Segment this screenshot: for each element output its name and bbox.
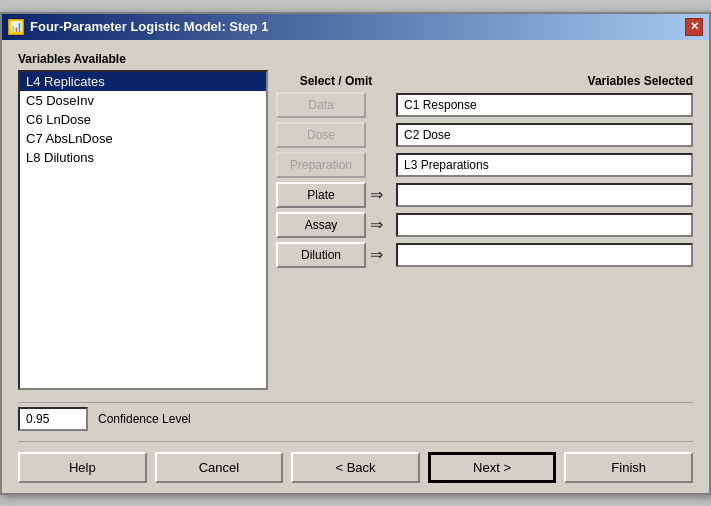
assay-field[interactable] — [396, 213, 693, 237]
variables-listbox[interactable]: L4 Replicates C5 DoseInv C6 LnDose C7 Ab… — [18, 70, 268, 390]
close-button[interactable]: ✕ — [685, 18, 703, 36]
main-area: Variables Available L4 Replicates C5 Dos… — [18, 52, 693, 390]
dilution-btn-row: Dilution ⇒ — [276, 242, 396, 268]
list-item[interactable]: L8 Dilutions — [20, 148, 266, 167]
list-item[interactable]: L4 Replicates — [20, 72, 266, 91]
preparation-button[interactable]: Preparation — [276, 152, 366, 178]
titlebar-left: 📊 Four-Parameter Logistic Model: Step 1 — [8, 19, 268, 35]
confidence-row: Confidence Level — [18, 402, 693, 431]
variables-available-panel: Variables Available L4 Replicates C5 Dos… — [18, 52, 268, 390]
variables-selected-label: Variables Selected — [396, 74, 693, 88]
select-omit-label: Select / Omit — [300, 74, 373, 88]
preparation-btn-row: Preparation — [276, 152, 396, 178]
help-button[interactable]: Help — [18, 452, 147, 483]
dilution-arrow-icon: ⇒ — [370, 245, 383, 264]
data-btn-row: Data — [276, 92, 396, 118]
variables-available-label: Variables Available — [18, 52, 268, 66]
list-item[interactable]: C5 DoseInv — [20, 91, 266, 110]
confidence-input[interactable] — [18, 407, 88, 431]
button-row: Help Cancel < Back Next > Finish — [18, 441, 693, 483]
assay-button[interactable]: Assay — [276, 212, 366, 238]
list-item[interactable]: C7 AbsLnDose — [20, 129, 266, 148]
dilution-field-row — [396, 242, 693, 268]
response-field[interactable] — [396, 93, 693, 117]
dilution-button[interactable]: Dilution — [276, 242, 366, 268]
dose-btn-row: Dose — [276, 122, 396, 148]
response-field-row — [396, 92, 693, 118]
plate-button[interactable]: Plate — [276, 182, 366, 208]
variables-selected-panel: Variables Selected — [396, 52, 693, 390]
main-window: 📊 Four-Parameter Logistic Model: Step 1 … — [0, 12, 711, 495]
back-button[interactable]: < Back — [291, 452, 420, 483]
dilution-field[interactable] — [396, 243, 693, 267]
data-button[interactable]: Data — [276, 92, 366, 118]
plate-btn-row: Plate ⇒ — [276, 182, 396, 208]
dose-field[interactable] — [396, 123, 693, 147]
select-omit-panel: Select / Omit Data Dose Preparation Plat… — [276, 52, 396, 390]
window-title: Four-Parameter Logistic Model: Step 1 — [30, 19, 268, 34]
titlebar: 📊 Four-Parameter Logistic Model: Step 1 … — [2, 14, 709, 40]
confidence-label: Confidence Level — [98, 412, 191, 426]
window-icon: 📊 — [8, 19, 24, 35]
assay-btn-row: Assay ⇒ — [276, 212, 396, 238]
preparations-field-row — [396, 152, 693, 178]
dose-field-row — [396, 122, 693, 148]
dose-button[interactable]: Dose — [276, 122, 366, 148]
next-button[interactable]: Next > — [428, 452, 557, 483]
list-item[interactable]: C6 LnDose — [20, 110, 266, 129]
content-area: Variables Available L4 Replicates C5 Dos… — [2, 40, 709, 493]
assay-arrow-icon: ⇒ — [370, 215, 383, 234]
finish-button[interactable]: Finish — [564, 452, 693, 483]
plate-field-row — [396, 182, 693, 208]
preparations-field[interactable] — [396, 153, 693, 177]
plate-field[interactable] — [396, 183, 693, 207]
plate-arrow-icon: ⇒ — [370, 185, 383, 204]
cancel-button[interactable]: Cancel — [155, 452, 284, 483]
assay-field-row — [396, 212, 693, 238]
